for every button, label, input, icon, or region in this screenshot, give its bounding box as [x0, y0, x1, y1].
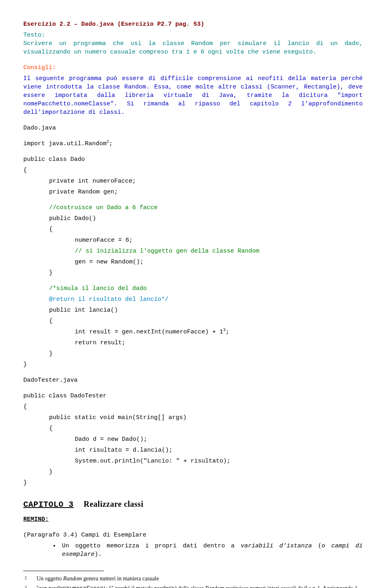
footnote-text: "gen.nextInt(numeroFacce)+1" perché il m… — [36, 584, 362, 588]
code-line: public static void main(String[] args) — [23, 413, 363, 422]
code-line: private int numeroFacce; — [23, 177, 363, 185]
code-line: } — [23, 479, 363, 487]
code-line: { — [23, 166, 363, 175]
code-line: } — [23, 468, 363, 476]
code-comment: @return il risultato del lancio*/ — [23, 295, 363, 304]
footnote-row: 2 Un oggetto Random genera numeri in man… — [24, 574, 362, 583]
testo-label: Testo: — [23, 32, 45, 39]
list-item: Un oggetto memorizza i propri dati dentr… — [60, 542, 363, 559]
code-line: int result = gen.nextInt(numeroFacce) + … — [23, 328, 363, 336]
code-comment: /*simula il lancio del dado — [23, 284, 363, 293]
exercise-title: Esercizio 2.2 – Dado.java (Esercizio P2.… — [23, 21, 204, 28]
footnote-num: 2 — [24, 574, 35, 583]
code-line: } — [23, 360, 363, 369]
code-line: { — [23, 403, 363, 411]
code-line: Dado d = new Dado(); — [23, 435, 363, 444]
code-line: System.out.println("Lancio: " + risultat… — [23, 457, 363, 465]
footnote-separator — [23, 571, 104, 571]
code-line: public Dado() — [23, 214, 363, 223]
testo-block: Testo: Scrivere un programma che usi la … — [23, 31, 363, 56]
code-line: { — [23, 317, 363, 325]
code-line: } — [23, 350, 363, 358]
footnote-row: 3 "gen.nextInt(numeroFacce)+1" perché il… — [24, 584, 362, 588]
file-name-dado: Dado.java — [23, 124, 363, 132]
code-line: { — [23, 225, 363, 234]
code-line: gen = new Random(); — [23, 258, 363, 266]
code-comment: //costruisce un Dado a 6 facce — [23, 204, 363, 212]
bullet-list: Un oggetto memorizza i propri dati dentr… — [23, 542, 363, 559]
code-line: int risultato = d.lancia(); — [23, 446, 363, 454]
consigli-body: Il seguente programma può essere di diff… — [23, 74, 363, 117]
consigli-label: Consigli: — [23, 64, 363, 72]
code-line: } — [23, 269, 363, 277]
code-line: public class Dado — [23, 155, 363, 164]
paragraph-ref: (Paragrafo 3.4) Campi di Esemplare — [23, 531, 363, 539]
footnotes: 2 Un oggetto Random genera numeri in man… — [23, 574, 363, 588]
code-line: numeroFacce = 6; — [23, 236, 363, 245]
code-line: private Random gen; — [23, 188, 363, 196]
footnote-text: Un oggetto Random genera numeri in manie… — [36, 574, 362, 583]
code-line: import java.util.Random2; — [23, 140, 363, 148]
code-line: public class DadoTester — [23, 392, 363, 400]
footnote-num: 3 — [24, 584, 35, 588]
code-line: { — [23, 424, 363, 433]
code-line: public int lancia() — [23, 306, 363, 315]
remind-label: REMIND: — [23, 515, 363, 524]
file-name-dadotester: DadoTester.java — [23, 376, 363, 384]
chapter-title: CAPITOLO 3 Realizzare classi — [23, 498, 363, 510]
testo-body: Scrivere un programma che usi la classe … — [23, 40, 363, 56]
code-comment: // si inizializza l'oggetto gen della cl… — [23, 247, 363, 255]
code-line: return result; — [23, 339, 363, 347]
